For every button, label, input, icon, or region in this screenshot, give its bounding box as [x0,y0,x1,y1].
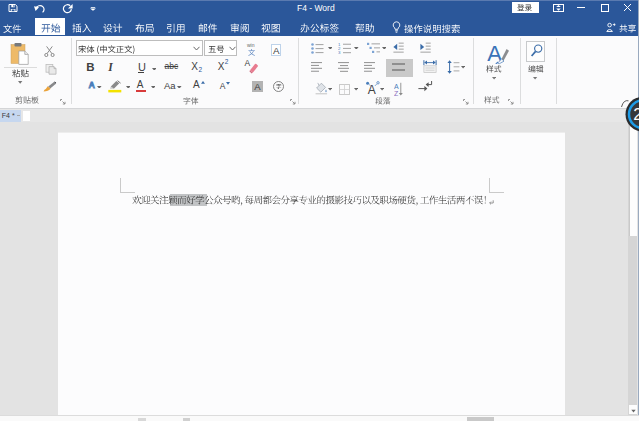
svg-text:A: A [394,82,399,89]
svg-text:3: 3 [338,50,341,54]
svg-text:2: 2 [633,105,639,123]
svg-text:Z: Z [394,90,399,97]
